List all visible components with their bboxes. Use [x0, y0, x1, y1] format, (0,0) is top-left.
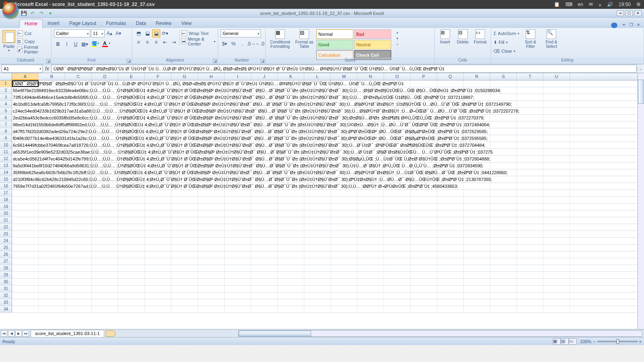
cell-K18[interactable] [278, 197, 304, 203]
sheet-first[interactable]: ⏮ [1, 330, 7, 337]
formula-content[interactable]: ÙØØ¯ Ø§Ø³ØªØ§Ø¯ Ø§Ø±Ø§ÙˆÙ‡ Ø¯Ù‡Ù†Ø¯Ù‡ Ù…… [52, 65, 637, 73]
row-header-4[interactable]: 4 [0, 101, 12, 107]
cell-K30[interactable] [278, 279, 304, 285]
cell-L29[interactable] [304, 272, 331, 278]
number-launcher[interactable]: ◢ [260, 59, 264, 63]
cell-F28[interactable] [145, 265, 171, 272]
cell-E17[interactable] [118, 190, 145, 196]
cell-A14[interactable]: 35f98bb625ea8c682b7b6b29c1f52bff;Ù‚Ù…;Ù‚… [12, 169, 39, 176]
cell-T5[interactable] [517, 108, 543, 114]
cell-H31[interactable] [198, 286, 225, 292]
power-icon[interactable]: ⚙ [636, 2, 641, 7]
volume-icon[interactable]: 🔊 [607, 2, 613, 7]
cell-R27[interactable] [464, 258, 490, 265]
cell-O20[interactable] [384, 210, 411, 217]
cell-U14[interactable] [543, 169, 570, 176]
cell-R16[interactable] [464, 183, 490, 189]
horizontal-scrollbar[interactable] [238, 330, 642, 337]
grid-rows[interactable]: 1ÙØØ¯ Ø§Ø³ØªØ§Ø¯ Ø§Ø±Ø§ÙˆÙ‡ Ø¯Ù‡Ù†Ø¯Ù‡ Ù… [0, 80, 644, 313]
cell-A22[interactable] [12, 224, 39, 230]
cell-N28[interactable] [357, 265, 384, 272]
cell-P1[interactable] [411, 80, 437, 87]
cell-N20[interactable] [357, 210, 384, 217]
cell-Q22[interactable] [437, 224, 464, 230]
cell-L17[interactable] [304, 190, 331, 196]
cell-S31[interactable] [490, 286, 517, 292]
cell-U17[interactable] [543, 190, 570, 196]
cell-C21[interactable] [65, 217, 92, 224]
row-header-8[interactable]: 8 [0, 128, 12, 135]
cell-M24[interactable] [331, 238, 357, 244]
cell-M28[interactable] [331, 265, 357, 272]
align-left[interactable]: ≡ [134, 38, 142, 46]
cell-E32[interactable] [118, 292, 145, 299]
col-header-M[interactable]: M [331, 73, 357, 80]
cell-P26[interactable] [411, 251, 437, 258]
col-header-Q[interactable]: Q [437, 73, 464, 80]
row-header-22[interactable]: 22 [0, 224, 12, 230]
cell-A10[interactable]: 6c6614449fcbbe370469fcea7a818726;Ù‚Ù…;Ù‚… [12, 142, 39, 148]
cell-G25[interactable] [171, 245, 198, 251]
cell-T32[interactable] [517, 292, 543, 299]
save-icon[interactable]: 💾 [20, 10, 27, 17]
cell-T27[interactable] [517, 258, 543, 265]
cell-T26[interactable] [517, 251, 543, 258]
cell-K25[interactable] [278, 245, 304, 251]
cell-T1[interactable] [517, 80, 543, 87]
cell-S34[interactable] [490, 306, 517, 313]
cell-F18[interactable] [145, 197, 171, 203]
cell-A4[interactable]: 4b1bd813defca5fb79958c172f0c36f3;Ù‚Ù…;Ù‚… [12, 101, 39, 107]
cell-H18[interactable] [198, 197, 225, 203]
comma-button[interactable]: , [238, 40, 246, 48]
cell-H23[interactable] [198, 231, 225, 237]
decrease-indent[interactable]: ⇤ [161, 38, 169, 46]
cell-U24[interactable] [543, 238, 570, 244]
cell-G34[interactable] [171, 306, 198, 313]
cell-C23[interactable] [65, 231, 92, 237]
cell-U1[interactable] [543, 80, 570, 87]
cell-K26[interactable] [278, 251, 304, 258]
format-painter-button[interactable]: 🖌Format Painter [17, 45, 49, 53]
cell-H27[interactable] [198, 258, 225, 265]
col-header-B[interactable]: B [39, 73, 65, 80]
cell-H32[interactable] [198, 292, 225, 299]
cell-T14[interactable] [517, 169, 543, 176]
font-color-button[interactable]: A [101, 40, 111, 48]
table-row[interactable]: 15d210f3f84c96c62b428c210845d22c65;Ù‚Ù…;… [0, 176, 644, 183]
cell-A26[interactable] [12, 251, 39, 258]
cell-C20[interactable] [65, 210, 92, 217]
cut-button[interactable]: ✂Cut [17, 29, 49, 37]
cell-T3[interactable] [517, 94, 543, 101]
cell-O31[interactable] [384, 286, 411, 292]
cell-L28[interactable] [304, 265, 331, 272]
cell-O34[interactable] [384, 306, 411, 313]
cell-E24[interactable] [118, 238, 145, 244]
wrap-text-button[interactable]: ↩Wrap Text [182, 29, 215, 37]
cell-A9[interactable]: f049fc0077b14e4be436331d1fa1a2bc;Ù‚Ù…;Ù‚… [12, 135, 39, 142]
worksheet-grid[interactable]: ABCDEFGHIJKLMNOPQRSTU 1ÙØØ¯ Ø§Ø³ØªØ§Ø¯ Ø… [0, 73, 644, 329]
tab-page-layout[interactable]: Page Layout [64, 19, 101, 28]
align-top[interactable]: ⬒ [134, 29, 142, 37]
cell-B22[interactable] [39, 224, 65, 230]
cell-S6[interactable] [490, 115, 517, 121]
row-header-25[interactable]: 25 [0, 245, 12, 251]
cell-A28[interactable] [12, 265, 39, 272]
col-header-N[interactable]: N [357, 73, 384, 80]
cell-E25[interactable] [118, 245, 145, 251]
page-layout-view[interactable]: ▤ [561, 338, 569, 345]
cell-R18[interactable] [464, 197, 490, 203]
table-row[interactable]: 20 [0, 210, 644, 217]
cell-K27[interactable] [278, 258, 304, 265]
cell-H20[interactable] [198, 210, 225, 217]
cell-L22[interactable] [304, 224, 331, 230]
cell-D26[interactable] [92, 251, 118, 258]
cell-E22[interactable] [118, 224, 145, 230]
cell-C26[interactable] [65, 251, 92, 258]
cell-S15[interactable] [490, 176, 517, 183]
cell-P32[interactable] [411, 292, 437, 299]
copy-button[interactable]: ⧉Copy [17, 37, 49, 45]
cell-S7[interactable] [490, 121, 517, 128]
cell-S25[interactable] [490, 245, 517, 251]
cell-J27[interactable] [251, 258, 278, 265]
cell-G30[interactable] [171, 279, 198, 285]
